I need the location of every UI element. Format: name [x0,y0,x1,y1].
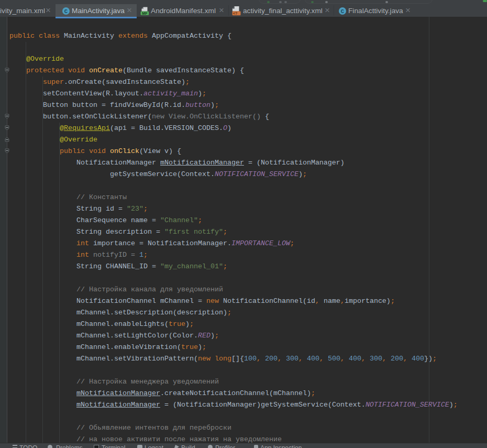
svg-text:MF: MF [142,12,148,15]
svg-text:C: C [64,8,68,15]
svg-text:C: C [341,8,345,15]
svg-text:<?: <? [233,12,237,15]
